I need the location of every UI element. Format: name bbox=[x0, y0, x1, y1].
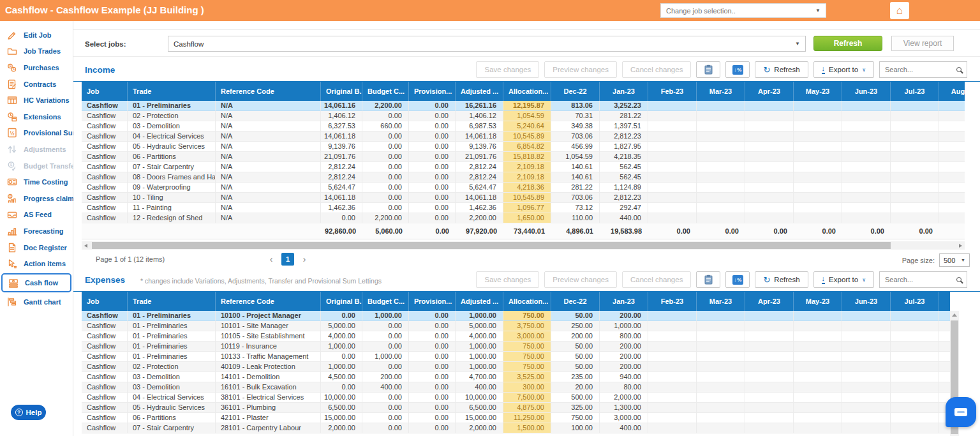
table-row[interactable]: Cashflow03 - Demolition16101 - Bulk Exca… bbox=[82, 382, 950, 393]
table-row[interactable]: Cashflow04 - Electrical ServicesN/A14,06… bbox=[82, 132, 965, 142]
table-row[interactable]: Cashflow02 - ProtectionN/A1,406.120.000.… bbox=[82, 111, 965, 121]
format-columns-button[interactable]: ↓% bbox=[725, 271, 750, 288]
scroll-left-icon[interactable] bbox=[84, 244, 87, 248]
column-header-jan-23[interactable]: Jan-23 bbox=[600, 82, 648, 101]
preview-changes-button[interactable]: Preview changes bbox=[544, 61, 617, 78]
column-header-job[interactable]: Job bbox=[82, 292, 128, 311]
column-header-may-23[interactable]: May-23 bbox=[794, 292, 842, 311]
table-row[interactable]: Cashflow03 - Demolition14101 - Demolitio… bbox=[82, 372, 950, 382]
column-header-trade[interactable]: Trade bbox=[128, 82, 216, 101]
paste-button[interactable] bbox=[696, 61, 720, 78]
sidebar-item-action-items[interactable]: Action items bbox=[0, 255, 73, 272]
select-jobs-combo[interactable]: Cashflow ▼ bbox=[168, 36, 806, 52]
column-header-apr-23[interactable]: Apr-23 bbox=[745, 82, 794, 101]
home-icon[interactable]: ⌂ bbox=[890, 2, 909, 19]
table-row[interactable]: Cashflow10 - TilingN/A14,061.180.000.001… bbox=[82, 193, 965, 203]
column-header-feb-23[interactable]: Feb-23 bbox=[648, 82, 697, 101]
column-header-original-b-[interactable]: Original B... bbox=[321, 82, 362, 101]
column-header-aug-23[interactable]: Aug-23 bbox=[939, 82, 965, 101]
help-button[interactable]: ? Help bbox=[11, 405, 46, 420]
scroll-up-icon[interactable] bbox=[952, 313, 957, 317]
column-header-allocation-[interactable]: Allocation... bbox=[503, 292, 551, 311]
chat-button[interactable] bbox=[946, 397, 976, 427]
column-header-dec-22[interactable]: Dec-22 bbox=[551, 292, 600, 311]
sidebar-item-forecasting[interactable]: Forecasting bbox=[0, 223, 73, 239]
column-header-provision-[interactable]: Provision... bbox=[409, 292, 456, 311]
sidebar-item-adjustments[interactable]: Adjustments bbox=[0, 141, 73, 158]
scrollbar-thumb[interactable] bbox=[92, 242, 891, 249]
next-page-button[interactable]: › bbox=[298, 253, 311, 266]
column-header-allocation-[interactable]: Allocation... bbox=[503, 82, 551, 101]
column-header-may-23[interactable]: May-23 bbox=[794, 82, 842, 101]
column-header-adjusted-[interactable]: Adjusted ... bbox=[456, 82, 503, 101]
sidebar-item-budget-transfers[interactable]: $Budget Transfers bbox=[0, 158, 73, 174]
save-changes-button[interactable]: Save changes bbox=[476, 271, 539, 288]
refresh-button[interactable]: Refresh bbox=[813, 36, 882, 51]
sidebar-item-extensions[interactable]: Extensions bbox=[0, 109, 73, 125]
column-header-apr-23[interactable]: Apr-23 bbox=[745, 292, 794, 311]
grid-refresh-button[interactable]: ↻ Refresh bbox=[755, 61, 808, 78]
column-header-feb-23[interactable]: Feb-23 bbox=[648, 292, 697, 311]
table-row[interactable]: Cashflow11 - PaintingN/A1,462.360.000.00… bbox=[82, 203, 965, 213]
column-header-dec-22[interactable]: Dec-22 bbox=[551, 82, 600, 101]
column-header-reference-code[interactable]: Reference Code bbox=[216, 292, 321, 311]
paste-button[interactable] bbox=[696, 271, 720, 288]
table-row[interactable]: Cashflow01 - Preliminaries10100 - Projec… bbox=[82, 311, 950, 321]
sidebar-item-as-feed[interactable]: AS Feed bbox=[0, 207, 73, 223]
expenses-search-input[interactable] bbox=[885, 276, 956, 283]
column-header-original-b-[interactable]: Original B... bbox=[321, 292, 362, 311]
sidebar-item-provisional-sums[interactable]: ½Provisional Sums bbox=[0, 125, 73, 142]
cancel-changes-button[interactable]: Cancel changes bbox=[622, 61, 691, 78]
previous-page-button[interactable]: ‹ bbox=[265, 253, 278, 266]
column-header-jul-23[interactable]: Jul-23 bbox=[891, 292, 939, 311]
sidebar-item-time-costing[interactable]: Time Costing bbox=[0, 174, 73, 190]
column-header-mar-23[interactable]: Mar-23 bbox=[697, 292, 745, 311]
column-header-jun-23[interactable]: Jun-23 bbox=[842, 292, 891, 311]
search-icon[interactable] bbox=[956, 67, 961, 72]
format-columns-button[interactable]: ↓% bbox=[725, 61, 750, 78]
column-header-jan-23[interactable]: Jan-23 bbox=[600, 292, 648, 311]
table-row[interactable]: Cashflow07 - Stair CarpentryN/A2,812.240… bbox=[82, 162, 965, 172]
column-header-budget-c-[interactable]: Budget C... bbox=[362, 292, 409, 311]
table-row[interactable]: Cashflow01 - Preliminaries10105 - Site E… bbox=[82, 331, 950, 342]
table-row[interactable]: Cashflow06 - Partitions42101 - Plaster15… bbox=[82, 413, 950, 423]
table-row[interactable]: Cashflow03 - DemolitionN/A6,327.53660.00… bbox=[82, 121, 965, 132]
income-search-box[interactable] bbox=[879, 61, 967, 78]
table-row[interactable]: Cashflow01 - Preliminaries10133 - Traffi… bbox=[82, 352, 950, 362]
column-header-reference-code[interactable]: Reference Code bbox=[216, 82, 321, 101]
horizontal-scrollbar[interactable] bbox=[82, 241, 965, 250]
grid-refresh-button[interactable]: ↻ Refresh bbox=[755, 271, 808, 288]
column-header-trade[interactable]: Trade bbox=[128, 292, 216, 311]
search-icon[interactable] bbox=[956, 277, 961, 282]
table-row[interactable]: Cashflow01 - Preliminaries10119 - Insura… bbox=[82, 342, 950, 352]
sidebar-item-progress-claims[interactable]: $Progress claims bbox=[0, 190, 73, 207]
export-to-button[interactable]: ↓ Export to ∨ bbox=[813, 61, 874, 78]
column-header-jul-23[interactable]: Jul-23 bbox=[891, 82, 939, 101]
view-report-button[interactable]: View report bbox=[891, 36, 954, 51]
sidebar-item-hc-variations[interactable]: HC Variations bbox=[0, 92, 73, 109]
column-header-mar-23[interactable]: Mar-23 bbox=[697, 82, 745, 101]
table-row[interactable]: Cashflow02 - Protection40109 - Leak Prot… bbox=[82, 362, 950, 372]
sidebar-item-gantt-chart[interactable]: Gantt chart bbox=[0, 294, 73, 310]
chevron-down-icon[interactable]: ▼ bbox=[795, 41, 800, 47]
table-row[interactable]: Cashflow06 - PartitionsN/A21,091.760.000… bbox=[82, 152, 965, 162]
export-to-button[interactable]: ↓ Export to ∨ bbox=[813, 271, 874, 288]
table-row[interactable]: Cashflow09 - WaterproofingN/A5,624.470.0… bbox=[82, 183, 965, 193]
sidebar-item-edit-job[interactable]: Edit Job bbox=[0, 27, 73, 43]
page-size-select[interactable]: 500 ▼ bbox=[939, 253, 970, 267]
table-row[interactable]: Cashflow04 - Electrical Services38101 - … bbox=[82, 393, 950, 403]
table-row[interactable]: Cashflow01 - Preliminaries10101 - Site M… bbox=[82, 321, 950, 331]
scroll-right-icon[interactable] bbox=[959, 244, 962, 248]
table-row[interactable]: Cashflow05 - Hydraulic ServicesN/A9,139.… bbox=[82, 142, 965, 152]
change-job-input[interactable] bbox=[661, 7, 815, 15]
expenses-search-box[interactable] bbox=[879, 271, 967, 288]
sidebar-item-purchases[interactable]: $$Purchases bbox=[0, 59, 73, 76]
table-row[interactable]: Cashflow12 - Redesign of ShedN/A0.002,20… bbox=[82, 213, 965, 223]
cancel-changes-button[interactable]: Cancel changes bbox=[622, 271, 691, 288]
column-header-aug-23[interactable]: Aug-23 bbox=[939, 292, 950, 311]
table-row[interactable]: Cashflow05 - Hydraulic Services36101 - P… bbox=[82, 403, 950, 413]
page-number-button[interactable]: 1 bbox=[281, 253, 294, 266]
save-changes-button[interactable]: Save changes bbox=[476, 61, 539, 78]
change-job-selector[interactable]: ▼ bbox=[660, 3, 826, 18]
sidebar-item-doc-register[interactable]: Doc Register bbox=[0, 239, 73, 256]
